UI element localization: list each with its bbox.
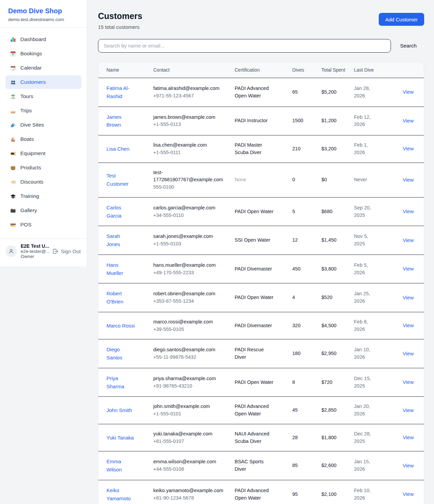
sidebar-item-bookings[interactable]: Bookings: [5, 47, 81, 60]
customer-last-dive: Dec 15, 2025: [350, 368, 387, 397]
customer-name-link[interactable]: Marco Rossi: [106, 323, 135, 329]
view-link[interactable]: View: [403, 266, 414, 272]
customer-last-dive: Jan 15, 2026: [350, 451, 387, 480]
main-content: Customers 15 total customers Add Custome…: [87, 0, 434, 504]
search-button[interactable]: Search: [391, 43, 424, 49]
customer-phone: +44-555-0108: [153, 466, 221, 473]
user-name: E2E Test U...: [21, 243, 48, 249]
view-link[interactable]: View: [403, 407, 414, 413]
table-row: Carlos Garcia carlos.garcia@example.com …: [98, 197, 424, 226]
tag-icon: [9, 179, 16, 185]
sidebar-item-trips[interactable]: Trips: [5, 104, 81, 117]
customer-phone: +39-555-0105: [153, 326, 221, 333]
sidebar-item-equipment[interactable]: Equipment: [5, 147, 81, 160]
customer-certification: PADI Instructor: [235, 118, 268, 123]
view-link[interactable]: View: [403, 379, 414, 385]
sidebar-nav: Dashboard Bookings Calendar Customers To…: [0, 28, 87, 236]
customer-name-link[interactable]: Keiko Yamamoto: [106, 487, 131, 501]
customer-name-link[interactable]: Robert O'Brien: [106, 291, 123, 304]
view-link[interactable]: View: [403, 491, 414, 497]
customer-certification: PADI Open Water: [235, 295, 273, 300]
customer-name-link[interactable]: James Brown: [106, 114, 121, 128]
customer-last-dive: Jan 25, 2026: [350, 283, 387, 312]
customer-name-link[interactable]: Test Customer: [106, 173, 129, 187]
customer-name-link[interactable]: Sarah Jones: [106, 233, 120, 247]
search-input[interactable]: [98, 39, 391, 53]
page-subtitle: 15 total customers: [98, 24, 142, 30]
customer-certification: PADI Open Water: [235, 379, 273, 385]
customer-name-link[interactable]: Emma Wilson: [106, 459, 122, 472]
customer-last-dive: Feb 8, 2026: [350, 312, 387, 339]
sidebar-item-dive-sites[interactable]: Dive Sites: [5, 118, 81, 132]
customer-email: emma.wilson@example.com: [153, 458, 221, 466]
column-header-name: Name: [98, 62, 149, 78]
customer-name-link[interactable]: John Smith: [106, 407, 132, 413]
customer-total-spent: $1,200: [317, 107, 350, 135]
add-customer-button[interactable]: Add Customer: [379, 13, 424, 26]
customer-total-spent: $680: [317, 197, 350, 226]
customer-name-link[interactable]: Hans Mueller: [106, 262, 123, 276]
sidebar-item-customers[interactable]: Customers: [5, 75, 81, 89]
view-link[interactable]: View: [403, 463, 414, 468]
customer-last-dive: Never: [350, 163, 387, 197]
customer-name-link[interactable]: Carlos Garcia: [106, 205, 121, 219]
table-row: Hans Mueller hans.mueller@example.com +4…: [98, 255, 424, 283]
customer-email: keiko.yamamoto@example.com: [153, 487, 221, 494]
customer-total-spent: $520: [317, 283, 350, 312]
customer-email: carlos.garcia@example.com: [153, 204, 221, 212]
view-link[interactable]: View: [403, 89, 414, 95]
customer-name-link[interactable]: Lisa Chen: [106, 146, 130, 152]
page-title: Customers: [98, 11, 142, 21]
view-link[interactable]: View: [403, 434, 414, 440]
sidebar-item-discounts[interactable]: Discounts: [5, 175, 81, 189]
customer-email: john.smith@example.com: [153, 403, 221, 410]
brand[interactable]: Demo Dive Shop demo.test.divestreams.com: [0, 0, 87, 28]
customer-total-spent: $0: [317, 163, 350, 197]
user-box: E2E Test U... e2e-tester@... Owner Sign …: [0, 238, 87, 266]
sidebar-item-tours[interactable]: Tours: [5, 90, 81, 103]
sidebar-item-gallery[interactable]: Gallery: [5, 204, 81, 217]
column-header-total-spent: Total Spent: [317, 62, 350, 78]
sidebar-item-calendar[interactable]: Calendar: [5, 61, 81, 75]
view-link[interactable]: View: [403, 146, 414, 151]
table-row: Test Customer test-1772681807767@example…: [98, 163, 424, 197]
view-link[interactable]: View: [403, 322, 414, 328]
sidebar-item-training[interactable]: Training: [5, 189, 81, 203]
customer-name-link[interactable]: Diego Santos: [106, 347, 122, 360]
search-row: Search: [98, 39, 424, 53]
customer-phone: +81-555-0107: [153, 438, 221, 445]
table-row: James Brown james.brown@example.com +1-5…: [98, 107, 424, 135]
bar-chart-icon: [9, 36, 16, 43]
package-icon: [9, 164, 16, 171]
wave-icon: [9, 122, 16, 128]
table-header-row: NameContactCertificationDivesTotal Spent…: [98, 62, 424, 78]
table-row: Keiko Yamamoto keiko.yamamoto@example.co…: [98, 480, 424, 504]
customer-name-link[interactable]: Priya Sharma: [106, 375, 124, 389]
sidebar-item-pos[interactable]: POS: [5, 218, 81, 231]
customer-total-spent: $720: [317, 368, 350, 397]
customer-name-link[interactable]: Fatima Al-Rashid: [106, 85, 130, 99]
customer-phone: +81-90-1234-5678: [153, 494, 221, 502]
view-link[interactable]: View: [403, 177, 414, 183]
sidebar-item-dashboard[interactable]: Dashboard: [5, 33, 81, 46]
customer-name-link[interactable]: Yuki Tanaka: [106, 435, 134, 441]
view-link[interactable]: View: [403, 208, 414, 214]
customer-phone: +34-555-0110: [153, 212, 221, 219]
view-link[interactable]: View: [403, 351, 414, 356]
customer-certification: NAUI Advanced Scuba Diver: [235, 431, 269, 444]
customer-last-dive: Dec 28, 2025: [350, 424, 387, 451]
customer-last-dive: Feb 10, 2026: [350, 480, 387, 504]
customer-certification: PADI Open Water: [235, 209, 273, 214]
view-link[interactable]: View: [403, 237, 414, 243]
sign-out-button[interactable]: Sign Out: [52, 248, 81, 255]
sidebar-item-boats[interactable]: Boats: [5, 132, 81, 146]
view-link[interactable]: View: [403, 295, 414, 300]
customer-certification: BSAC Sports Diver: [235, 459, 263, 472]
sidebar-item-products[interactable]: Products: [5, 161, 81, 174]
customer-last-dive: Jan 20, 2026: [350, 397, 387, 424]
view-link[interactable]: View: [403, 118, 414, 124]
credit-card-icon: [9, 221, 16, 228]
user-role: Owner: [21, 254, 48, 259]
sidebar: Demo Dive Shop demo.test.divestreams.com…: [0, 0, 87, 266]
sign-out-icon: [52, 248, 59, 255]
